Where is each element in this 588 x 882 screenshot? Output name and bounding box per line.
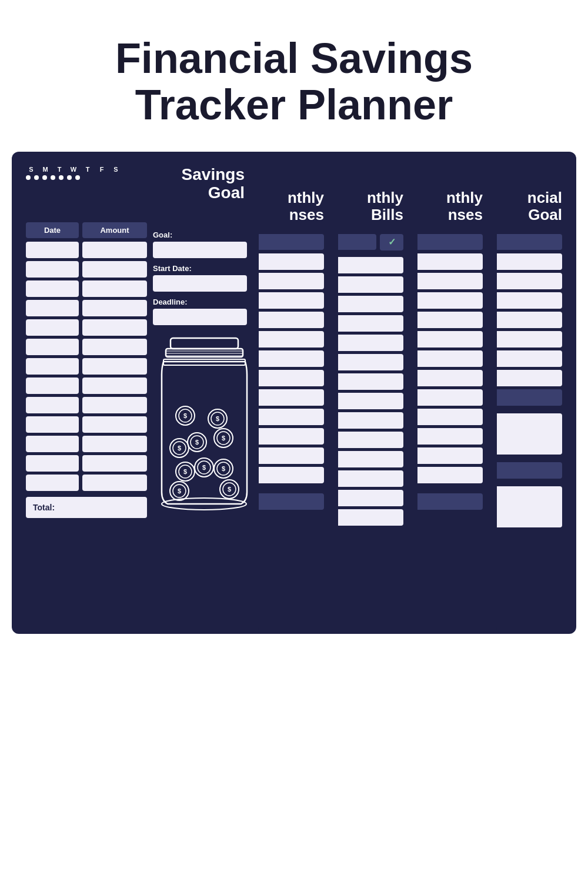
svg-rect-0 xyxy=(171,338,238,349)
date-col-header: Date xyxy=(26,222,79,238)
table-row xyxy=(26,261,147,278)
table-row xyxy=(26,319,147,336)
day-s2: S xyxy=(111,166,121,173)
table-row xyxy=(26,358,147,375)
dot-2 xyxy=(34,175,39,180)
table-rows xyxy=(26,242,147,491)
dot-5 xyxy=(59,175,64,180)
table-row xyxy=(26,300,147,316)
table-row xyxy=(26,280,147,297)
table-row xyxy=(26,242,147,258)
day-t: T xyxy=(54,166,65,173)
day-s: S xyxy=(26,166,36,173)
start-date-label: Start Date: xyxy=(153,264,256,273)
tracker-table: Date Amount xyxy=(26,222,147,522)
total-label: Total: xyxy=(33,503,55,512)
day-m: M xyxy=(40,166,51,173)
table-row xyxy=(26,475,147,491)
svg-text:$: $ xyxy=(183,412,187,419)
day-t2: T xyxy=(82,166,93,173)
table-row xyxy=(26,455,147,472)
amount-col-header: Amount xyxy=(82,222,147,238)
svg-text:$: $ xyxy=(222,465,225,472)
day-f: F xyxy=(96,166,107,173)
dot-6 xyxy=(67,175,72,180)
svg-text:$: $ xyxy=(216,415,219,422)
svg-text:$: $ xyxy=(228,486,231,493)
goal-input[interactable] xyxy=(153,242,247,258)
deadline-input[interactable] xyxy=(153,309,247,325)
calendar-section: S M T W T F S xyxy=(26,166,121,180)
table-row xyxy=(26,397,147,413)
table-row xyxy=(26,436,147,452)
dot-4 xyxy=(51,175,55,180)
day-w: W xyxy=(68,166,79,173)
card-1-front: S M T W T F S xyxy=(12,152,259,634)
jar-illustration: $ $ $ $ xyxy=(153,333,256,522)
table-row xyxy=(26,339,147,355)
dot-row xyxy=(26,175,121,180)
goal-label: Goal: xyxy=(153,230,256,239)
table-row xyxy=(26,416,147,433)
start-date-input[interactable] xyxy=(153,275,247,292)
goal-section: Goal: Start Date: Deadline: xyxy=(153,222,256,522)
svg-text:$: $ xyxy=(178,487,181,495)
cards-container: ncialGoal ation nthlynses ses xyxy=(12,152,576,657)
svg-text:$: $ xyxy=(178,445,181,452)
day-labels: S M T W T F S xyxy=(26,166,121,173)
svg-text:$: $ xyxy=(195,439,199,446)
svg-text:$: $ xyxy=(183,468,187,475)
page-title: Financial Savings Tracker Planner xyxy=(92,35,496,128)
dot-1 xyxy=(26,175,31,180)
dot-3 xyxy=(42,175,47,180)
total-row: Total: xyxy=(26,497,147,518)
table-row xyxy=(26,377,147,394)
card1-title: Savings Goal xyxy=(182,166,245,202)
deadline-label: Deadline: xyxy=(153,298,256,306)
svg-text:$: $ xyxy=(222,435,225,442)
svg-text:$: $ xyxy=(202,464,206,471)
dot-7 xyxy=(75,175,80,180)
check-cell: ✓ xyxy=(380,234,403,250)
